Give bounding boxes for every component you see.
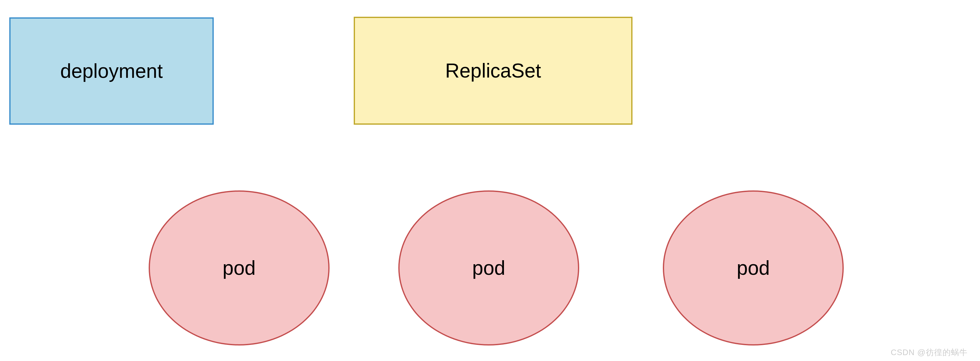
deployment-box: deployment [9,18,214,125]
pod-label: pod [223,257,256,280]
replicaset-box: ReplicaSet [354,17,633,125]
watermark-text: CSDN @彷徨的蜗牛 [891,347,967,358]
pod-ellipse: pod [398,190,579,345]
pod-label: pod [737,257,770,280]
pod-ellipse: pod [149,190,329,345]
pod-label: pod [473,257,506,280]
deployment-label: deployment [60,59,163,83]
replicaset-label: ReplicaSet [445,59,541,82]
pod-ellipse: pod [663,190,844,345]
